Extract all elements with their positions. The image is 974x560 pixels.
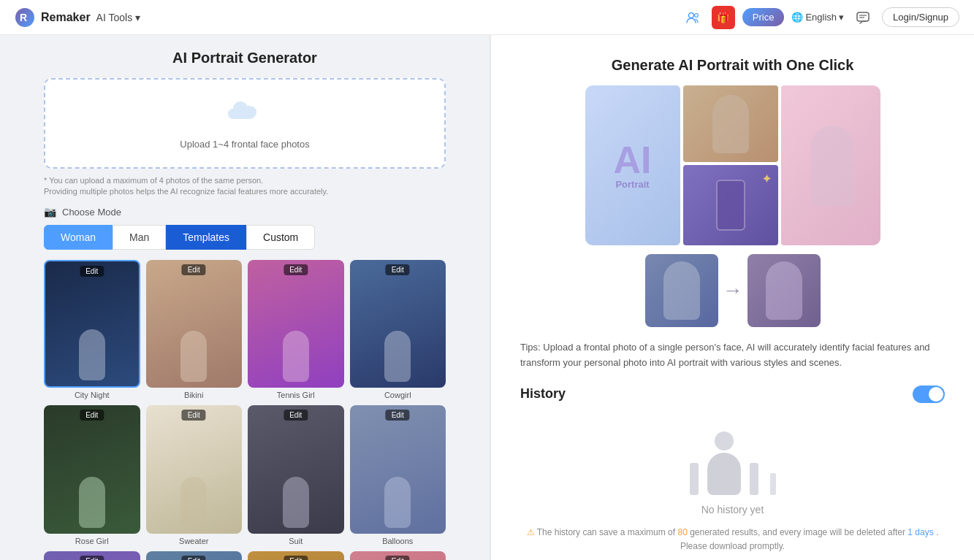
label-suit: Suit <box>248 537 344 545</box>
edit-badge[interactable]: Edit <box>386 264 410 275</box>
transform-before <box>645 254 718 327</box>
grid-item-cowgirl[interactable]: Edit Cowgirl <box>350 260 446 399</box>
upload-hint1: * You can upload a maximum of 4 photos o… <box>44 176 446 185</box>
person-body <box>707 453 741 495</box>
users-icon-button[interactable] <box>681 6 704 29</box>
mosaic-portrait-text: Portrait <box>615 179 649 190</box>
edit-badge[interactable]: Edit <box>386 556 410 560</box>
edit-badge[interactable]: Edit <box>80 556 104 560</box>
history-note-part2: generated results, and every image will … <box>690 527 908 537</box>
chevron-down-icon: ▾ <box>135 12 140 23</box>
login-button[interactable]: Login/Signup <box>882 7 959 27</box>
right-panel: Generate AI Portrait with One Click AI P… <box>491 35 974 560</box>
history-toggle[interactable] <box>913 386 945 403</box>
tree-right <box>750 463 758 495</box>
tab-custom[interactable]: Custom <box>246 225 315 250</box>
upload-area[interactable]: Upload 1~4 frontal face photos <box>44 78 446 169</box>
grid-item-sweater[interactable]: Edit Sweater <box>146 405 243 545</box>
history-note: ⚠ The history can save a maximum of 80 g… <box>520 526 945 553</box>
price-label: Price <box>753 12 775 23</box>
users-icon <box>685 10 700 25</box>
empty-scene <box>520 429 945 495</box>
logo-icon: R <box>15 7 35 28</box>
history-note-icon: ⚠ <box>527 527 535 537</box>
grid-item-bikini[interactable]: Edit Bikini <box>146 260 243 399</box>
empty-history: No history yet ⚠ The history can save a … <box>520 415 945 560</box>
history-note-part1: The history can save a maximum of <box>537 527 678 537</box>
edit-badge[interactable]: Edit <box>386 410 410 421</box>
history-label: History <box>520 386 566 402</box>
mosaic-ai-text: AI <box>614 141 652 179</box>
login-label: Login/Signup <box>893 12 948 23</box>
edit-badge[interactable]: Edit <box>182 264 206 275</box>
mosaic-woman-beach <box>683 85 778 162</box>
header-left: R Remaker AI Tools ▾ <box>15 7 140 28</box>
gift-icon-button[interactable]: 🎁 <box>712 6 735 29</box>
grid-item-pink-flowers[interactable]: Edit Pink Flowers <box>350 551 446 560</box>
header-right: 🎁 Price 🌐 English ▾ Login/Signup <box>681 6 959 29</box>
svg-point-3 <box>694 13 698 17</box>
globe-icon: 🌐 <box>791 12 803 23</box>
mosaic-woman-pink <box>781 85 880 245</box>
mosaic-phone: ✦ <box>683 165 778 245</box>
label-bikini: Bikini <box>146 391 243 399</box>
tree-small <box>770 473 776 495</box>
right-section-title: Generate AI Portrait with One Click <box>520 57 945 74</box>
grid-item-purple-flowers[interactable]: Edit PurpleFlowers <box>44 551 140 560</box>
edit-badge[interactable]: Edit <box>182 410 206 421</box>
header: R Remaker AI Tools ▾ 🎁 Price 🌐 English ▾ <box>0 0 974 35</box>
ai-tools-button[interactable]: AI Tools ▾ <box>96 12 141 23</box>
label-balloons: Balloons <box>350 537 446 545</box>
grid-item-rose-girl[interactable]: Edit Rose Girl <box>44 405 140 545</box>
history-note-80: 80 <box>677 527 687 537</box>
edit-badge[interactable]: Edit <box>284 410 308 421</box>
gift-icon: 🎁 <box>717 12 729 23</box>
choose-mode-row: 📷 Choose Mode <box>44 206 446 218</box>
chevron-down-icon: ▾ <box>839 12 844 23</box>
ai-tools-label: AI Tools <box>96 12 133 23</box>
grid-item-balloons[interactable]: Edit Balloons <box>350 405 446 545</box>
camera-icon: 📷 <box>44 206 56 218</box>
grid-item-suit[interactable]: Edit Suit <box>248 405 344 545</box>
edit-badge[interactable]: Edit <box>284 264 308 275</box>
main-layout: AI Portrait Generator Upload 1~4 frontal… <box>0 35 974 560</box>
edit-badge[interactable]: Edit <box>80 266 104 277</box>
grid-item-petal-skirt[interactable]: Edit Petal Skirt <box>248 551 344 560</box>
edit-badge[interactable]: Edit <box>80 410 104 421</box>
edit-badge[interactable]: Edit <box>284 556 308 560</box>
label-cowgirl: Cowgirl <box>350 391 446 399</box>
logo-text: Remaker <box>41 11 91 24</box>
svg-text:R: R <box>20 12 27 23</box>
chat-icon <box>856 10 870 25</box>
upload-text: Upload 1~4 frontal face photos <box>63 139 427 150</box>
style-grid: Edit City Night Edit Bikini <box>44 260 446 560</box>
svg-rect-4 <box>857 12 869 21</box>
person-head <box>715 431 734 450</box>
tab-woman[interactable]: Woman <box>44 225 113 250</box>
left-panel: AI Portrait Generator Upload 1~4 frontal… <box>0 35 490 560</box>
language-button[interactable]: 🌐 English ▾ <box>791 12 844 23</box>
tips-text: Tips: Upload a frontal photo of a single… <box>520 340 945 371</box>
price-button[interactable]: Price <box>742 8 785 26</box>
label-sweater: Sweater <box>146 537 243 545</box>
upload-hint2: Providing multiple photos helps the AI r… <box>44 187 446 196</box>
chat-icon-button[interactable] <box>851 6 875 29</box>
transform-row: → <box>520 254 945 327</box>
tab-man[interactable]: Man <box>113 225 166 250</box>
edit-badge[interactable]: Edit <box>182 556 206 560</box>
mode-tabs: Woman Man Templates Custom <box>44 225 446 250</box>
tree-left <box>690 463 699 495</box>
transform-after <box>747 254 821 327</box>
grid-item-tattoo[interactable]: Edit Tattoo <box>146 551 243 560</box>
page-title: AI Portrait Generator <box>44 50 446 66</box>
mosaic-ai-cell: AI Portrait <box>585 85 680 245</box>
grid-item-city-night[interactable]: Edit City Night <box>44 260 140 399</box>
tab-templates[interactable]: Templates <box>166 225 246 250</box>
preview-mosaic: AI Portrait ✦ <box>585 85 880 245</box>
language-label: English <box>805 12 837 23</box>
history-note-days: 1 days <box>908 527 933 537</box>
upload-icon <box>63 97 427 133</box>
empty-text: No history yet <box>520 504 945 515</box>
svg-point-2 <box>688 12 693 18</box>
grid-item-tennis-girl[interactable]: Edit Tennis Girl <box>248 260 344 399</box>
